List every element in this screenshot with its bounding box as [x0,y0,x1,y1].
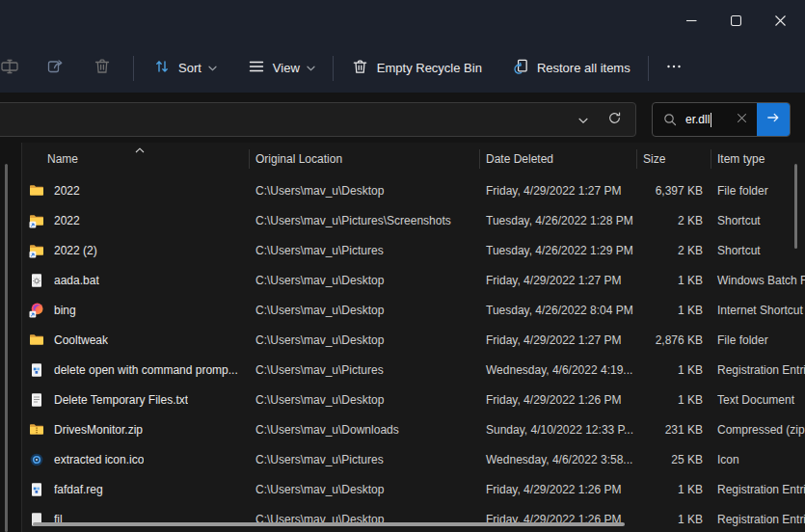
minimize-button[interactable] [669,0,713,42]
file-name: 2022 [54,214,80,227]
close-button[interactable] [758,0,802,42]
view-button[interactable]: View [238,51,325,86]
address-history-button[interactable] [568,105,599,134]
file-date-deleted: Wednesday, 4/6/2022 4:19... [480,363,637,377]
clear-search-button[interactable] [730,108,753,131]
folder-shortcut-icon [29,243,44,258]
toolbar-separator [648,56,649,81]
table-row[interactable]: fafdaf.regC:\Users\mav_u\DesktopFriday, … [22,474,805,504]
submit-arrow-icon [765,110,781,129]
see-more-icon [665,58,683,79]
file-date-deleted: Friday, 4/29/2022 1:26 PM [480,393,637,407]
vertical-scrollbar[interactable] [794,164,797,249]
file-item-type: Registration Entries [711,483,805,496]
file-size: 25 KB [637,453,711,466]
file-size: 1 KB [637,304,711,317]
file-original-location: C:\Users\mav_u\Pictures\Screenshots [250,214,480,227]
refresh-button[interactable] [599,105,630,134]
rename-icon [0,57,19,80]
search-submit-button[interactable] [757,102,790,137]
window-controls [669,0,802,42]
column-header-original-location[interactable]: Original Location [250,149,480,169]
file-name: 2022 [54,184,80,198]
refresh-icon [607,111,622,129]
table-row[interactable]: aada.batC:\Users\mav_u\DesktopFriday, 4/… [22,265,805,295]
file-item-type: Registration Entries [711,363,805,377]
table-row[interactable]: 2022C:\Users\mav_u\Pictures\ScreenshotsT… [22,205,805,235]
search-input-value: er.dll [685,113,710,126]
toolbar-separator [333,56,334,81]
clear-icon [736,111,748,128]
share-button[interactable] [39,51,73,86]
folder-icon [29,332,44,348]
chevron-down-icon [578,111,588,128]
file-name: Cooltweak [54,333,108,347]
table-row[interactable]: bingC:\Users\mav_u\DesktopTuesday, 4/26/… [22,295,805,325]
ico-image-icon [29,452,44,467]
column-header-date-deleted[interactable]: Date Deleted [480,149,637,169]
file-size: 6,397 KB [637,184,711,198]
file-size: 2 KB [637,244,711,257]
file-item-type: Windows Batch File [711,274,805,287]
empty-recycle-bin-button[interactable]: Empty Recycle Bin [341,51,492,86]
table-row[interactable]: delete open with command promp...C:\User… [22,355,805,385]
file-name: fafdaf.reg [54,483,103,496]
file-item-type: Registration Entries [711,513,805,526]
table-row[interactable]: 2022 (2)C:\Users\mav_u\PicturesTuesday, … [22,235,805,265]
folder-shortcut-icon [29,213,44,228]
file-original-location: C:\Users\mav_u\Desktop [250,274,480,287]
restore-icon [511,58,529,79]
rename-button[interactable] [0,51,27,86]
text-file-icon [29,392,44,408]
table-row[interactable]: 2022C:\Users\mav_u\DesktopFriday, 4/29/2… [22,175,805,205]
sort-ascending-icon [135,143,145,156]
file-item-type: Text Document [711,393,805,407]
address-bar[interactable] [0,102,636,137]
maximize-button[interactable] [713,0,758,42]
chevron-down-icon [307,66,315,71]
file-name: 2022 (2) [54,244,97,257]
file-item-type: Internet Shortcut [711,304,805,317]
firefox-shortcut-icon [29,303,44,318]
file-date-deleted: Friday, 4/29/2022 1:26 PM [480,483,637,496]
file-item-type: Compressed (zipped) Folder [711,423,805,437]
sort-button[interactable]: Sort [144,51,227,86]
table-row[interactable]: CooltweakC:\Users\mav_u\DesktopFriday, 4… [22,325,805,355]
restore-all-items-button[interactable]: Restore all items [501,51,640,86]
file-date-deleted: Friday, 4/29/2022 1:27 PM [480,274,637,287]
file-date-deleted: Sunday, 4/10/2022 12:33 P... [480,423,637,437]
file-item-type: Shortcut [711,214,805,227]
delete-button[interactable] [85,51,120,86]
zip-folder-icon [29,422,44,438]
table-row[interactable]: extracted icon.icoC:\Users\mav_u\Picture… [22,444,805,474]
view-icon [248,58,265,78]
titlebar: Sort View Empty Recycle Bin Restore all … [0,0,805,93]
table-row[interactable]: Delete Temporary Files.txtC:\Users\mav_u… [22,385,805,414]
file-item-type: Shortcut [711,244,805,257]
table-row[interactable]: filC:\Users\mav_u\DesktopFriday, 4/29/20… [22,504,805,532]
file-original-location: C:\Users\mav_u\Pictures [250,453,480,466]
batch-file-icon [29,273,44,288]
column-header-size[interactable]: Size [637,149,711,169]
file-date-deleted: Wednesday, 4/6/2022 3:58... [480,453,637,466]
maximize-icon [731,13,741,30]
column-header-item-type[interactable]: Item type [711,149,805,169]
file-original-location: C:\Users\mav_u\Pictures [250,244,480,257]
chevron-down-icon [208,66,217,71]
horizontal-scrollbar[interactable] [33,522,625,526]
delete-icon [93,57,112,80]
restore-all-items-label: Restore all items [537,61,631,75]
search-input[interactable]: er.dll [652,102,791,137]
file-size: 2 KB [637,214,711,227]
navigation-scrollbar[interactable] [5,164,8,532]
close-icon [775,13,786,30]
file-original-location: C:\Users\mav_u\Desktop [250,184,480,198]
file-date-deleted: Friday, 4/29/2022 1:27 PM [480,333,637,347]
see-more-button[interactable] [657,51,691,86]
table-row[interactable]: DrivesMonitor.zipC:\Users\mav_u\Download… [22,414,805,444]
search-icon [663,113,677,126]
file-size: 1 KB [637,393,711,407]
file-name: Delete Temporary Files.txt [54,393,188,407]
file-size: 2,876 KB [637,333,711,347]
navigation-pane-sliver [0,143,21,532]
